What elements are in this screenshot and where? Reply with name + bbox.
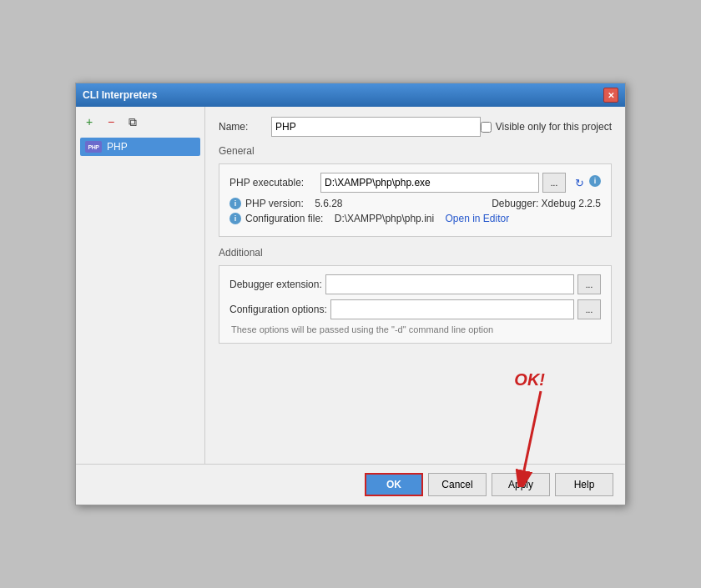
hint-text: These options will be passed using the "… bbox=[229, 324, 601, 334]
name-row: Name: Visible only for this project bbox=[219, 117, 612, 137]
icon-group: ↻ i bbox=[572, 175, 601, 190]
info-icon-config: i bbox=[229, 213, 241, 224]
debugger-ext-label: Debugger extension: bbox=[229, 279, 322, 290]
cancel-button[interactable]: Cancel bbox=[428, 473, 487, 496]
debugger-ext-row: Debugger extension: ... bbox=[229, 274, 601, 294]
php-executable-browse-button[interactable]: ... bbox=[542, 173, 566, 193]
info-icon-exe: i bbox=[589, 175, 601, 187]
visible-checkbox[interactable] bbox=[481, 122, 492, 133]
additional-section: Debugger extension: ... Configuration op… bbox=[219, 265, 612, 344]
config-file-prefix: Configuration file: bbox=[245, 213, 323, 224]
remove-interpreter-button[interactable]: − bbox=[102, 113, 120, 131]
copy-interpreter-button[interactable]: ⧉ bbox=[124, 113, 142, 131]
php-version-prefix: PHP version: bbox=[245, 198, 304, 209]
content-area: Name: Visible only for this project Gene… bbox=[205, 107, 625, 464]
info-icon-version: i bbox=[229, 198, 241, 209]
php-version-value: 5.6.28 bbox=[315, 198, 342, 209]
sidebar-item-label: PHP bbox=[107, 141, 128, 153]
svg-line-1 bbox=[524, 391, 541, 470]
php-version-row: i PHP version: 5.6.28 Debugger: Xdebug 2… bbox=[229, 198, 601, 209]
debugger-prefix: Debugger: bbox=[492, 198, 538, 209]
php-executable-label: PHP executable: bbox=[229, 177, 317, 188]
debugger-ext-input[interactable] bbox=[325, 274, 574, 294]
refresh-icon[interactable]: ↻ bbox=[572, 175, 587, 190]
config-options-browse-button[interactable]: ... bbox=[577, 299, 601, 319]
name-input[interactable] bbox=[271, 117, 481, 137]
add-interpreter-button[interactable]: + bbox=[80, 113, 98, 131]
general-section-title: General bbox=[219, 145, 612, 157]
php-executable-input[interactable] bbox=[320, 173, 539, 193]
config-options-input[interactable] bbox=[330, 299, 574, 319]
sidebar-toolbar: + − ⧉ bbox=[80, 111, 200, 133]
visible-checkbox-label: Visible only for this project bbox=[496, 121, 612, 133]
title-bar: CLI Interpreters ✕ bbox=[76, 83, 625, 107]
config-file-row: i Configuration file: D:\XAMPP\php\php.i… bbox=[229, 213, 601, 224]
name-label: Name: bbox=[219, 121, 265, 133]
ok-button[interactable]: OK bbox=[365, 473, 423, 496]
sidebar-item-php[interactable]: PHP PHP bbox=[80, 138, 200, 156]
config-file-value: D:\XAMPP\php\php.ini bbox=[335, 213, 434, 224]
arrow-annotation bbox=[499, 387, 566, 487]
php-icon: PHP bbox=[85, 141, 102, 153]
general-section: PHP executable: ... ↻ i i PHP version: 5… bbox=[219, 163, 612, 237]
open-in-editor-link[interactable]: Open in Editor bbox=[445, 213, 509, 224]
additional-section-title: Additional bbox=[219, 247, 612, 259]
config-options-label: Configuration options: bbox=[229, 304, 327, 315]
dialog-title: CLI Interpreters bbox=[83, 89, 157, 101]
config-options-row: Configuration options: ... bbox=[229, 299, 601, 319]
close-button[interactable]: ✕ bbox=[603, 88, 618, 103]
cli-interpreters-dialog: CLI Interpreters ✕ + − ⧉ PHP PHP Name: bbox=[75, 83, 626, 505]
php-executable-row: PHP executable: ... ↻ i bbox=[229, 173, 601, 193]
debugger-ext-browse-button[interactable]: ... bbox=[577, 274, 601, 294]
dialog-body: + − ⧉ PHP PHP Name: Visible only for thi… bbox=[76, 107, 625, 464]
visible-checkbox-area: Visible only for this project bbox=[481, 121, 612, 133]
sidebar: + − ⧉ PHP PHP bbox=[76, 107, 205, 464]
debugger-value: Xdebug 2.2.5 bbox=[542, 198, 601, 209]
annotation-area: OK! bbox=[219, 354, 612, 454]
debugger-text: Debugger: Xdebug 2.2.5 bbox=[492, 198, 601, 209]
